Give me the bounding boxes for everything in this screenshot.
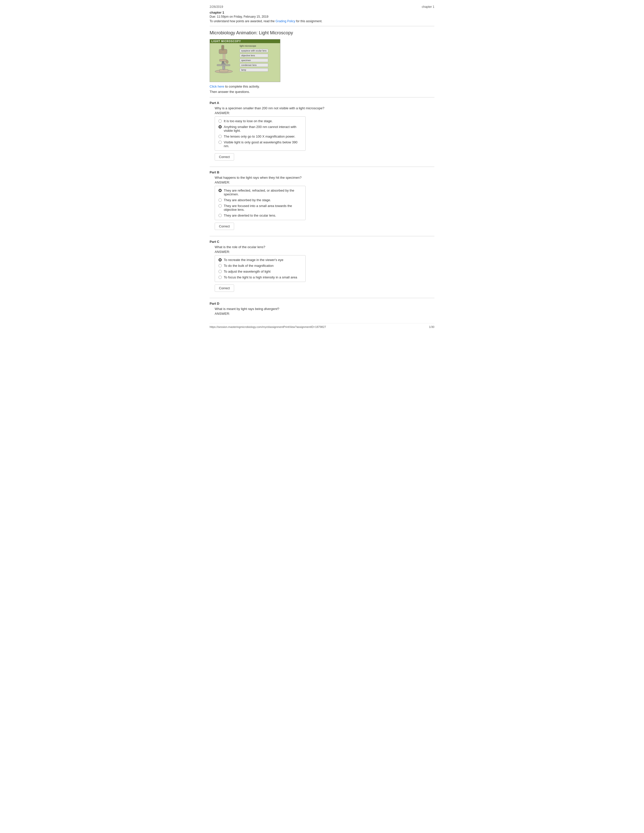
- part-a-option-4[interactable]: Visible light is only good at wavelength…: [219, 140, 302, 148]
- part-a-radio-3[interactable]: [219, 135, 222, 138]
- grading-policy-link[interactable]: Grading Policy: [275, 19, 295, 23]
- part-a-answer-label: ANSWER:: [215, 111, 435, 115]
- date-label: 2/26/2019: [209, 5, 223, 9]
- scope-label-lamp: lamp: [240, 68, 268, 72]
- section-divider-3: [209, 298, 435, 298]
- part-c-option-4[interactable]: To focus the light to a high intensity i…: [219, 275, 302, 279]
- scope-caption: light microscope: [240, 45, 268, 47]
- part-d-question: What is meant by light rays being diverg…: [215, 307, 435, 311]
- svg-rect-9: [222, 66, 224, 69]
- click-here-link[interactable]: Click here: [209, 85, 224, 88]
- part-b-radio-2[interactable]: [219, 198, 222, 202]
- part-c-radio-2[interactable]: [219, 264, 222, 267]
- part-a-option-4-text: Visible light is only good at wavelength…: [224, 140, 302, 148]
- part-d-section: Part D What is meant by light rays being…: [209, 302, 435, 315]
- part-a-question: Why is a specimen smaller than 200 nm no…: [215, 106, 435, 110]
- part-b-option-4[interactable]: They are diverted to the ocular lens.: [219, 214, 302, 217]
- part-a-radio-2[interactable]: [219, 125, 222, 129]
- part-c-option-3[interactable]: To adjust the wavelength of light: [219, 270, 302, 273]
- main-divider: [209, 26, 435, 26]
- part-c-section: Part C What is the role of the ocular le…: [209, 240, 435, 294]
- microscope-image: LIGHT MICROSCOPY li: [209, 39, 280, 82]
- part-b-section: Part B What happens to the light rays wh…: [209, 170, 435, 233]
- due-date: Due: 11:59pm on Friday, February 15, 201…: [209, 15, 435, 18]
- part-b-radio-3[interactable]: [219, 204, 222, 207]
- top-bar: 2/26/2019 chapter 1: [209, 5, 435, 9]
- part-b-answer-label: ANSWER:: [215, 180, 435, 184]
- part-b-question: What happens to the light rays when they…: [215, 176, 435, 180]
- microscope-inner: light microscope eyepiece with ocular le…: [210, 43, 280, 82]
- part-c-label: Part C: [209, 240, 435, 244]
- part-c-radio-1[interactable]: [219, 258, 222, 262]
- click-here-line: Click here to complete this activity.: [209, 85, 435, 88]
- header-center: chapter 1: [422, 5, 435, 9]
- part-a-radio-1[interactable]: [219, 119, 222, 123]
- part-c-option-3-text: To adjust the wavelength of light: [224, 270, 270, 273]
- part-b-radio-1[interactable]: [219, 189, 222, 192]
- footer-page: 1/30: [429, 325, 435, 328]
- part-b-radio-4[interactable]: [219, 214, 222, 217]
- part-c-radio-3[interactable]: [219, 270, 222, 273]
- click-here-suffix: to complete this activity.: [224, 85, 260, 88]
- part-c-result: Correct: [215, 285, 234, 292]
- part-c-option-1-text: To recreate the image in the viewer's ey…: [224, 258, 283, 262]
- then-answer: Then answer the questions.: [209, 90, 435, 94]
- part-a-option-2-text: Anything smaller than 200 nm cannot inte…: [224, 125, 302, 132]
- part-b-answer-box: They are reflected, refracted, or absorb…: [215, 186, 306, 220]
- part-b-option-4-text: They are diverted to the ocular lens.: [224, 214, 276, 217]
- part-c-option-1[interactable]: To recreate the image in the viewer's ey…: [219, 258, 302, 262]
- part-b-result: Correct: [215, 223, 234, 230]
- part-b-option-2[interactable]: They are absorbed by the stage.: [219, 198, 302, 202]
- scope-label-specimen: specimen: [240, 59, 268, 62]
- part-a-radio-4[interactable]: [219, 141, 222, 144]
- svg-rect-8: [222, 63, 225, 64]
- part-a-option-2[interactable]: Anything smaller than 200 nm cannot inte…: [219, 125, 302, 132]
- svg-point-10: [226, 60, 228, 64]
- scope-label-eyepiece: eyepiece with ocular lens: [240, 49, 268, 53]
- part-c-answer-label: ANSWER:: [215, 250, 435, 254]
- part-a-option-1-text: It is too easy to lose on the stage.: [224, 119, 273, 123]
- activity-title: Microbiology Animation: Light Microscopy: [209, 30, 435, 35]
- part-d-label: Part D: [209, 302, 435, 306]
- part-b-option-2-text: They are absorbed by the stage.: [224, 198, 271, 202]
- part-a-section: Part A Why is a specimen smaller than 20…: [209, 101, 435, 163]
- grading-note-post: for this assignment.: [296, 19, 322, 23]
- part-a-option-3[interactable]: The lenses only go to 100 X magnificatio…: [219, 135, 302, 138]
- part-c-answer-box: To recreate the image in the viewer's ey…: [215, 255, 306, 282]
- grading-note-pre: To understand how points are awarded, re…: [209, 19, 275, 23]
- svg-rect-5: [219, 60, 227, 61]
- scope-label-condenser: condenser lens: [240, 63, 268, 67]
- scope-labels: light microscope eyepiece with ocular le…: [240, 45, 268, 72]
- microscope-svg: [212, 44, 236, 73]
- part-b-option-3-text: They are focused into a small area towar…: [224, 204, 302, 212]
- part-c-option-2-text: To do the bulk of the magnification: [224, 264, 274, 268]
- part-c-option-4-text: To focus the light to a high intensity i…: [224, 275, 297, 279]
- image-label: LIGHT MICROSCOPY: [210, 39, 280, 43]
- footer-url: https://session.masteringmicrobiology.co…: [209, 325, 326, 328]
- part-a-label: Part A: [209, 101, 435, 105]
- part-a-option-1[interactable]: It is too easy to lose on the stage.: [219, 119, 302, 123]
- part-a-option-3-text: The lenses only go to 100 X magnificatio…: [224, 135, 295, 138]
- part-c-radio-4[interactable]: [219, 276, 222, 279]
- svg-rect-4: [222, 45, 224, 50]
- chapter-title: chapter 1: [209, 11, 435, 14]
- part-a-result: Correct: [215, 153, 234, 161]
- grading-note: To understand how points are awarded, re…: [209, 19, 435, 23]
- part-d-answer-label: ANSWER:: [215, 312, 435, 315]
- part-c-option-2[interactable]: To do the bulk of the magnification: [219, 264, 302, 268]
- part-b-option-1-text: They are reflected, refracted, or absorb…: [224, 188, 302, 196]
- part-b-label: Part B: [209, 170, 435, 174]
- part-a-answer-box: It is too easy to lose on the stage. Any…: [215, 116, 306, 151]
- footer-bar: https://session.masteringmicrobiology.co…: [209, 323, 435, 328]
- part-c-question: What is the role of the ocular lens?: [215, 245, 435, 249]
- part-b-option-1[interactable]: They are reflected, refracted, or absorb…: [219, 188, 302, 196]
- scope-label-objective: objective lens: [240, 54, 268, 57]
- part-b-option-3[interactable]: They are focused into a small area towar…: [219, 204, 302, 212]
